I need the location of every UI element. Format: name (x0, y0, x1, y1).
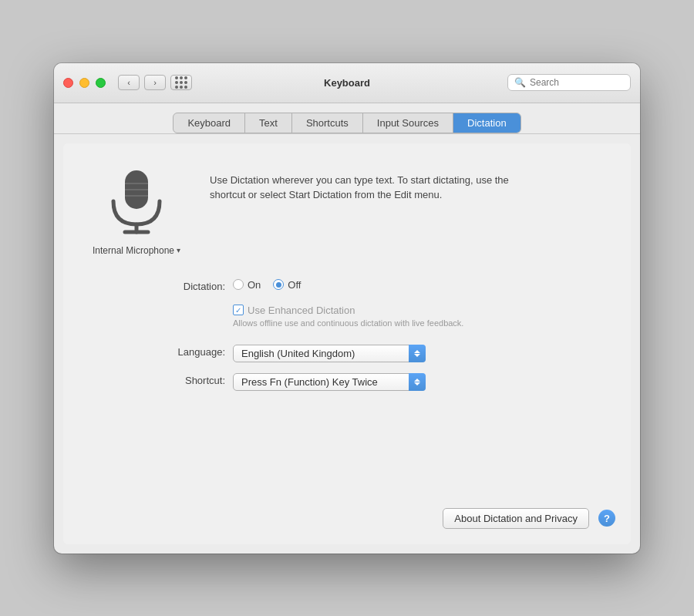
radio-off-label: Off (288, 279, 301, 291)
radio-off-btn[interactable] (273, 279, 284, 290)
search-box[interactable]: 🔍 (507, 74, 631, 91)
enhanced-checkbox[interactable]: ✓ (233, 305, 244, 315)
radio-group: On Off (233, 279, 301, 291)
language-select[interactable]: English (United Kingdom) English (United… (233, 345, 426, 362)
chevron-down-icon: ▾ (177, 246, 180, 254)
mic-section: Internal Microphone ▾ (86, 167, 187, 256)
help-button[interactable]: ? (598, 510, 615, 527)
tab-dictation[interactable]: Dictation (453, 113, 520, 133)
dictation-row: Dictation: On Off (133, 279, 608, 292)
shortcut-label: Shortcut: (133, 373, 233, 386)
radio-on-btn[interactable] (233, 279, 244, 290)
tab-text[interactable]: Text (245, 113, 292, 133)
shortcut-select[interactable]: Press Fn (Function) Key Twice Press Righ… (233, 373, 426, 391)
main-window: ‹ › Keyboard 🔍 Keyboard Text Shortcuts I… (54, 63, 640, 554)
shortcut-select-wrapper: Press Fn (Function) Key Twice Press Righ… (233, 373, 426, 391)
nav-buttons: ‹ › (118, 75, 166, 90)
forward-button[interactable]: › (144, 75, 166, 90)
tab-input-sources[interactable]: Input Sources (363, 113, 453, 133)
radio-on-label: On (248, 279, 261, 291)
microphone-icon (106, 167, 167, 239)
window-title: Keyboard (324, 77, 370, 89)
top-section: Internal Microphone ▾ Use Dictation wher… (86, 167, 608, 256)
tab-shortcuts[interactable]: Shortcuts (292, 113, 363, 133)
about-button[interactable]: About Dictation and Privacy (443, 508, 589, 529)
maximize-button[interactable] (96, 78, 106, 88)
mic-label[interactable]: Internal Microphone ▾ (93, 245, 180, 256)
description-text: Use Dictation wherever you can type text… (210, 167, 534, 203)
enhanced-label: Use Enhanced Dictation (248, 305, 355, 316)
enhanced-sublabel: Allows offline use and continuous dictat… (233, 318, 608, 329)
grid-button[interactable] (170, 75, 192, 90)
enhanced-dictation-row: ✓ Use Enhanced Dictation (233, 305, 608, 316)
content-area: Internal Microphone ▾ Use Dictation wher… (63, 143, 631, 544)
mic-label-text: Internal Microphone (93, 245, 174, 256)
search-icon: 🔍 (514, 77, 526, 88)
dictation-label: Dictation: (133, 279, 233, 292)
titlebar: ‹ › Keyboard 🔍 (54, 63, 640, 103)
traffic-lights (63, 78, 106, 88)
language-row: Language: English (United Kingdom) Engli… (133, 345, 608, 362)
radio-on[interactable]: On (233, 279, 261, 291)
close-button[interactable] (63, 78, 73, 88)
minimize-button[interactable] (79, 78, 89, 88)
radio-off[interactable]: Off (273, 279, 301, 291)
tab-keyboard[interactable]: Keyboard (174, 113, 245, 133)
tabs-bar: Keyboard Text Shortcuts Input Sources Di… (54, 103, 640, 134)
search-input[interactable] (530, 77, 624, 88)
language-select-wrapper: English (United Kingdom) English (United… (233, 345, 426, 362)
shortcut-row: Shortcut: Press Fn (Function) Key Twice … (133, 373, 608, 391)
back-button[interactable]: ‹ (118, 75, 140, 90)
bottom-section: About Dictation and Privacy ? (443, 508, 615, 529)
language-label: Language: (133, 345, 233, 358)
tabs-container: Keyboard Text Shortcuts Input Sources Di… (173, 113, 520, 133)
